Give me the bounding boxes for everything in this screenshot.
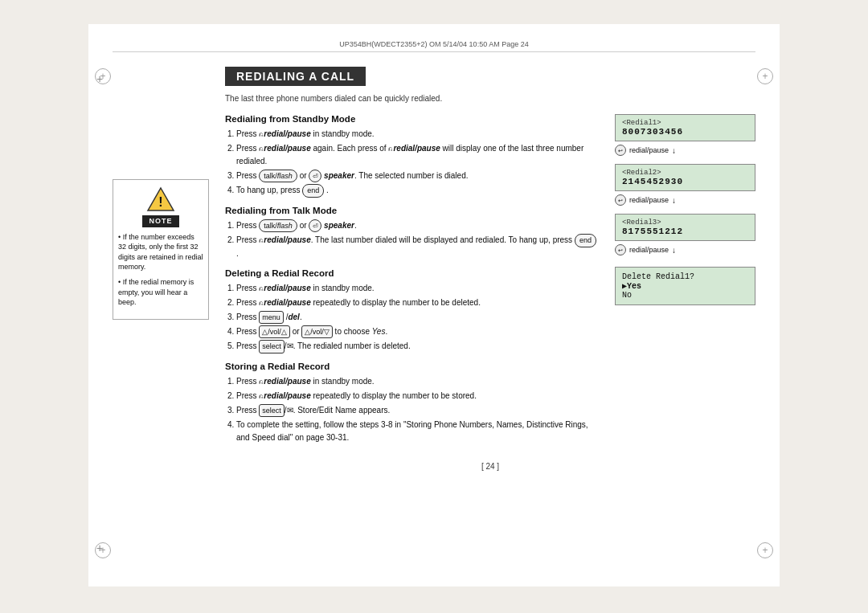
delete-step-2: Press ⎌redial/pause repeatedly to displa… xyxy=(236,296,600,309)
cross-mark-tl: + xyxy=(96,72,103,85)
redial-pause-indicator-3: ↩ redial/pause ↓ xyxy=(615,244,755,255)
redial-icon-4: ⎌ xyxy=(259,235,263,246)
delete-confirm-screen: Delete Redial1? ▶Yes No xyxy=(615,267,755,305)
redial-icon-2: ⎌ xyxy=(259,143,263,154)
talk-flash-btn-2: talk/flash xyxy=(259,219,297,232)
note-point-2: If the redial memory is empty, you will … xyxy=(118,277,203,308)
down-arrow-3: ↓ xyxy=(672,246,676,255)
delete-steps: Press ⎌redial/pause in standby mode. Pre… xyxy=(225,282,600,353)
delete-step-1: Press ⎌redial/pause in standby mode. xyxy=(236,282,600,295)
standby-step-3: Press talk/flash or ⏎ speaker. The selec… xyxy=(236,170,600,182)
end-btn-2: end xyxy=(575,234,596,247)
standby-section-heading: Redialing from Standby Mode xyxy=(225,114,600,124)
left-sidebar: ! NOTE If the number exceeds 32 digits, … xyxy=(113,67,209,471)
warning-triangle-icon: ! xyxy=(146,186,175,212)
redial2-line1: <Redial2> xyxy=(622,169,748,177)
redial-pause-symbol-1: ↩ xyxy=(615,145,626,156)
page-header: UP354BH(WDECT2355+2) OM 5/14/04 10:50 AM… xyxy=(113,40,755,52)
page-title: REDIALING A CALL xyxy=(225,67,366,86)
redial1-line1: <Redial1> xyxy=(622,119,748,127)
note-point-1: If the number exceeds 32 digits, only th… xyxy=(118,232,203,272)
display-col: <Redial1> 8007303456 ↩ redial/pause ↓ <R… xyxy=(615,114,755,446)
note-label: NOTE xyxy=(142,215,178,227)
two-col-layout: Redialing from Standby Mode Press ⎌redia… xyxy=(225,114,755,446)
vol-dn-btn: △/vol/▽ xyxy=(301,325,333,338)
store-step-3: Press select/✉. Store/Edit Name appears. xyxy=(236,404,600,417)
store-step-4: To complete the setting, follow the step… xyxy=(236,419,600,444)
vol-up-btn: △/vol/△ xyxy=(259,325,290,338)
down-arrow-2: ↓ xyxy=(672,196,676,205)
delete-step-5: Press select/✉. The redialed number is d… xyxy=(236,340,600,353)
select-btn: select xyxy=(259,340,285,353)
redial1-line2: 8007303456 xyxy=(622,127,748,137)
redial-pause-text-3: redial/pause xyxy=(629,246,669,254)
redial-icon-7: ⎌ xyxy=(259,376,263,387)
standby-step-1: Press ⎌redial/pause in standby mode. xyxy=(236,128,600,141)
store-steps: Press ⎌redial/pause in standby mode. Pre… xyxy=(225,375,600,444)
delete-screen-line1: Delete Redial1? xyxy=(622,272,748,281)
redial-icon-1: ⎌ xyxy=(259,129,263,140)
talk-flash-btn: talk/flash xyxy=(259,170,297,182)
intro-text: The last three phone numbers dialed can … xyxy=(225,94,755,103)
talk-steps: Press talk/flash or ⏎ speaker. Press ⎌re… xyxy=(225,219,600,260)
redial-icon-5: ⎌ xyxy=(259,283,263,294)
instructions-col: Redialing from Standby Mode Press ⎌redia… xyxy=(225,114,600,446)
page-number: [ 24 ] xyxy=(225,462,755,471)
delete-step-4: Press △/vol/△ or △/vol/▽ to choose Yes. xyxy=(236,325,600,338)
redial-pause-text-2: redial/pause xyxy=(629,196,669,204)
note-text: If the number exceeds 32 digits, only th… xyxy=(118,232,203,308)
redial-icon-8: ⎌ xyxy=(259,390,263,402)
talk-step-1: Press talk/flash or ⏎ speaker. xyxy=(236,219,600,232)
select-btn-2: select xyxy=(259,404,285,417)
end-btn-1: end xyxy=(302,184,324,197)
redial-pause-text-1: redial/pause xyxy=(629,146,669,154)
page-container: + + UP354BH(WDECT2355+2) OM 5/14/04 10:5… xyxy=(88,24,780,586)
main-content: ! NOTE If the number exceeds 32 digits, … xyxy=(113,67,755,471)
note-box-header: ! NOTE xyxy=(118,186,203,227)
standby-steps: Press ⎌redial/pause in standby mode. Pre… xyxy=(225,128,600,198)
lcd-screen-redial3: <Redial3> 8175551212 xyxy=(615,214,755,241)
reg-mark-tr xyxy=(757,68,773,84)
lcd-screen-redial2: <Redial2> 2145452930 xyxy=(615,164,755,191)
down-arrow-1: ↓ xyxy=(672,146,676,155)
speaker-btn: ⏎ xyxy=(309,170,321,182)
redial-icon-6: ⎌ xyxy=(259,297,263,309)
menu-btn: menu xyxy=(259,311,284,324)
redial-pause-indicator-2: ↩ redial/pause ↓ xyxy=(615,194,755,206)
redial-pause-symbol-2: ↩ xyxy=(615,194,626,206)
redial3-line2: 8175551212 xyxy=(622,227,748,236)
talk-step-2: Press ⎌redial/pause. The last number dia… xyxy=(236,234,600,260)
redial-pause-symbol-3: ↩ xyxy=(615,244,626,255)
lcd-screen-redial1: <Redial1> 8007303456 xyxy=(615,114,755,141)
store-step-1: Press ⎌redial/pause in standby mode. xyxy=(236,375,600,388)
standby-step-2: Press ⎌redial/pause again. Each press of… xyxy=(236,142,600,168)
svg-text:!: ! xyxy=(158,195,162,209)
reg-mark-br xyxy=(757,542,773,558)
speaker-btn-2: ⏎ xyxy=(309,219,321,232)
delete-screen-line3: No xyxy=(622,291,748,300)
content-area: REDIALING A CALL The last three phone nu… xyxy=(225,67,755,471)
store-section-heading: Storing a Redial Record xyxy=(225,362,600,371)
store-step-2: Press ⎌redial/pause repeatedly to displa… xyxy=(236,390,600,403)
standby-step-4: To hang up, press end . xyxy=(236,184,600,197)
delete-screen-line2: ▶Yes xyxy=(622,281,748,291)
cross-mark-bl: + xyxy=(96,541,103,554)
redial2-line2: 2145452930 xyxy=(622,177,748,186)
note-box: ! NOTE If the number exceeds 32 digits, … xyxy=(113,179,209,320)
talk-section-heading: Redialing from Talk Mode xyxy=(225,206,600,215)
redial-pause-indicator-1: ↩ redial/pause ↓ xyxy=(615,145,755,156)
delete-section-heading: Deleting a Redial Record xyxy=(225,268,600,278)
delete-step-3: Press menu /del. xyxy=(236,311,600,324)
redial3-line1: <Redial3> xyxy=(622,219,748,227)
redial-icon-3: ⎌ xyxy=(388,143,392,154)
